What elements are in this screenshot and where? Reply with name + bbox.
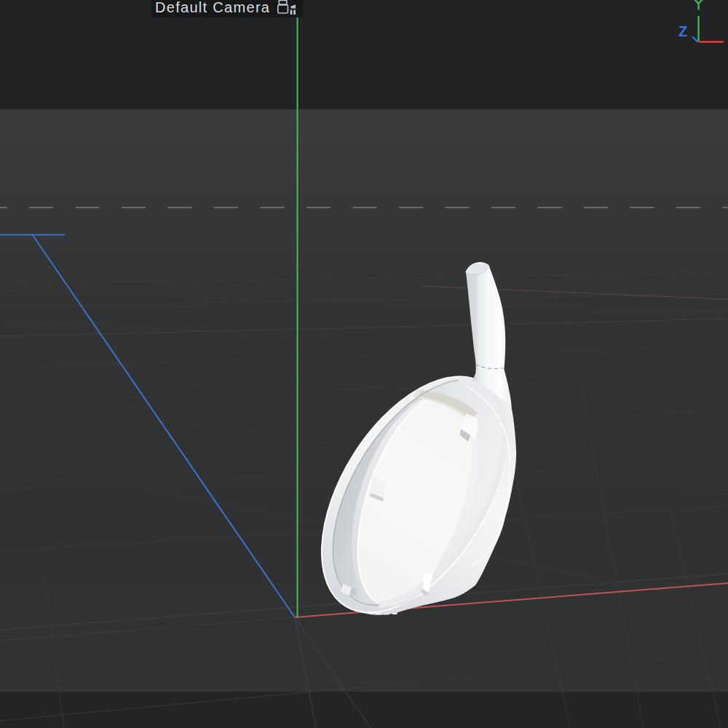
svg-text:Z: Z [678,23,687,39]
svg-text:Default Camera: Default Camera [155,0,270,15]
